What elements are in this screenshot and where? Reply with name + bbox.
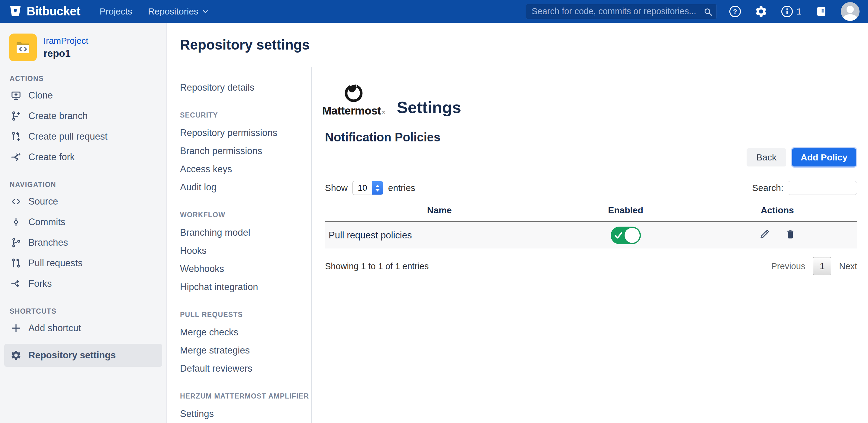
sidebar-item-repository-settings[interactable]: Repository settings — [4, 344, 162, 367]
toggle-knob — [625, 228, 640, 243]
bitbucket-repository-settings-screen: Bitbucket Projects Repositories ? — [0, 0, 868, 423]
settings-nav-item-mattermost-settings[interactable]: Settings — [180, 405, 311, 423]
branch-plus-icon — [10, 111, 22, 121]
sidebar-item-commits[interactable]: Commits — [0, 212, 166, 232]
settings-nav-item-default-reviewers[interactable]: Default reviewers — [180, 360, 311, 378]
settings-nav-item-branching-model[interactable]: Branching model — [180, 223, 311, 242]
sidebar-item-forks[interactable]: Forks — [0, 273, 166, 294]
registered-mark: ® — [382, 110, 385, 115]
page-size-value: 10 — [353, 183, 372, 193]
sidebar-item-create-pull-request[interactable]: Create pull request — [0, 126, 166, 147]
settings-nav-group-workflow: WORKFLOW — [180, 206, 311, 223]
policy-enabled-cell — [554, 222, 698, 249]
sidebar-item-branches[interactable]: Branches — [0, 232, 166, 253]
settings-nav-item-webhooks[interactable]: Webhooks — [180, 260, 311, 278]
gear-icon — [10, 350, 22, 361]
settings-nav-item-hooks[interactable]: Hooks — [180, 242, 311, 260]
top-icons: ? 1 — [729, 2, 860, 21]
info-icon — [781, 5, 794, 18]
gear-icon[interactable] — [755, 5, 768, 18]
column-header-enabled[interactable]: Enabled — [554, 200, 698, 222]
notifications[interactable]: 1 — [781, 5, 802, 18]
brand-name: Bitbucket — [27, 4, 80, 18]
table-search-input[interactable] — [788, 181, 857, 195]
avatar-head — [846, 6, 854, 13]
repository-sidebar: IramProject repo1 ACTIONS Clone Create b… — [0, 23, 167, 423]
sidebar-item-create-branch[interactable]: Create branch — [0, 106, 166, 126]
page-title: Repository settings — [180, 36, 310, 53]
sidebar-item-clone[interactable]: Clone — [0, 85, 166, 106]
top-nav: Projects Repositories — [100, 6, 209, 17]
edit-pencil-icon[interactable] — [759, 229, 770, 242]
settings-nav-group-pull-requests: PULL REQUESTS — [180, 306, 311, 323]
repo-name: repo1 — [43, 48, 88, 59]
sidebar-item-label: Source — [28, 196, 58, 207]
page-title-row: Repository settings — [167, 23, 868, 67]
help-icon[interactable]: ? — [729, 5, 741, 18]
settings-nav-item-access-keys[interactable]: Access keys — [180, 160, 311, 178]
enabled-toggle[interactable] — [611, 226, 641, 244]
nav-projects[interactable]: Projects — [100, 6, 132, 17]
notification-policies-table: Name Enabled Actions Pull request polici… — [325, 200, 857, 249]
project-link[interactable]: IramProject — [43, 36, 88, 46]
settings-nav-item-branch-permissions[interactable]: Branch permissions — [180, 142, 311, 160]
commit-icon — [10, 217, 22, 228]
settings-nav-item-audit-log[interactable]: Audit log — [180, 178, 311, 197]
page-1-button[interactable]: 1 — [813, 257, 831, 275]
page-size-select[interactable]: 10 — [352, 181, 383, 195]
bitbucket-bucket-icon — [8, 4, 22, 19]
sidebar-item-label: Create fork — [28, 152, 74, 162]
settings-nav-item-hipchat-integration[interactable]: Hipchat integration — [180, 278, 311, 296]
repo-avatar-icon[interactable] — [9, 34, 37, 61]
sidebar-item-pull-requests[interactable]: Pull requests — [0, 253, 166, 273]
global-search — [526, 4, 717, 19]
nav-repositories[interactable]: Repositories — [148, 6, 209, 17]
column-header-name[interactable]: Name — [325, 200, 554, 222]
settings-nav-item-repository-details[interactable]: Repository details — [180, 79, 311, 97]
notification-policies-heading: Notification Policies — [325, 130, 857, 144]
top-navigation-bar: Bitbucket Projects Repositories ? — [0, 0, 868, 23]
user-avatar[interactable] — [841, 2, 860, 21]
plus-icon — [10, 323, 22, 334]
next-page-button[interactable]: Next — [839, 261, 857, 271]
search-icon[interactable] — [704, 7, 712, 18]
mattermost-logo: Mattermost ® — [325, 83, 382, 117]
content-region: Repository settings Repository details S… — [167, 23, 868, 423]
fork-icon — [10, 278, 22, 289]
sidebar-item-create-fork[interactable]: Create fork — [0, 147, 166, 168]
branch-icon — [10, 237, 22, 248]
sidebar-item-label: Commits — [28, 217, 65, 228]
add-policy-button[interactable]: Add Policy — [792, 148, 856, 167]
back-button[interactable]: Back — [747, 148, 786, 167]
sidebar-item-label: Repository settings — [28, 350, 116, 361]
settings-nav-item-repository-permissions[interactable]: Repository permissions — [180, 124, 311, 142]
show-label: Show — [325, 183, 348, 193]
sidebar-section-shortcuts: SHORTCUTS — [10, 307, 166, 315]
mattermost-wordmark: Mattermost — [322, 104, 381, 117]
settings-nav-item-merge-checks[interactable]: Merge checks — [180, 323, 311, 341]
pull-request-plus-icon — [10, 131, 22, 142]
mattermost-circle-icon — [344, 83, 364, 103]
sidebar-item-label: Pull requests — [28, 258, 83, 269]
sidebar-section-actions: ACTIONS — [10, 74, 166, 83]
sidebar-item-label: Forks — [28, 278, 52, 289]
previous-page-button[interactable]: Previous — [771, 261, 805, 271]
journal-icon[interactable] — [815, 5, 828, 18]
bitbucket-logo[interactable]: Bitbucket — [8, 4, 80, 19]
clone-icon — [10, 90, 22, 101]
sidebar-item-source[interactable]: Source — [0, 191, 166, 212]
policy-name-cell: Pull request policies — [325, 222, 554, 249]
code-icon — [10, 196, 22, 207]
fork-plus-icon — [10, 152, 22, 162]
entries-label: entries — [388, 183, 415, 193]
sidebar-item-label: Create branch — [28, 111, 88, 121]
table-search-label: Search: — [752, 183, 783, 193]
svg-text:?: ? — [733, 7, 737, 15]
column-header-actions[interactable]: Actions — [698, 200, 857, 222]
table-row: Pull request policies — [325, 222, 857, 249]
delete-trash-icon[interactable] — [785, 229, 796, 242]
sidebar-item-add-shortcut[interactable]: Add shortcut — [0, 318, 166, 338]
select-chevrons-icon — [372, 181, 383, 194]
settings-nav-item-merge-strategies[interactable]: Merge strategies — [180, 341, 311, 360]
global-search-input[interactable] — [526, 4, 717, 19]
